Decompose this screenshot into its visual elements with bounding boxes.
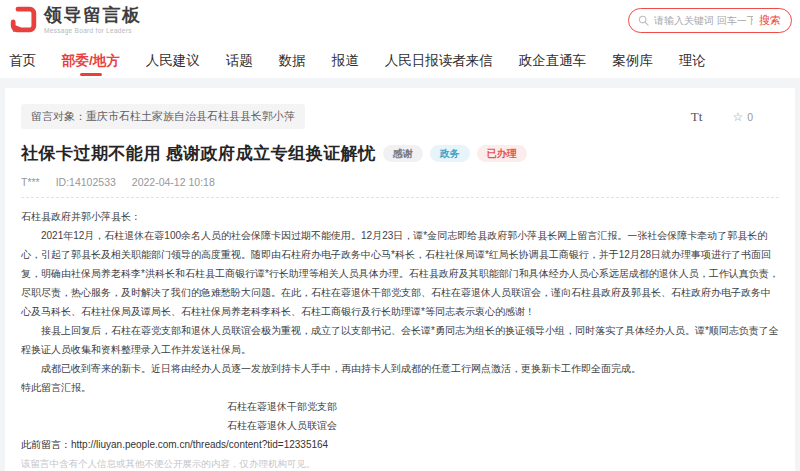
star-icon: ☆ (732, 111, 743, 123)
favorite-count: 0 (747, 111, 753, 123)
card-tools: Tt ☆ 0 (691, 109, 753, 125)
nav-item-readers-letters[interactable]: 人民日报读者来信 (385, 44, 493, 78)
message-card: 留言对象：重庆市石柱土家族自治县石柱县县长郭小萍 Tt ☆ 0 社保卡过期不能用… (5, 88, 795, 471)
nav-item-data[interactable]: 数据 (279, 44, 306, 78)
logo-subtitle: Message Board for Leaders (44, 27, 142, 34)
title-row: 社保卡过期不能用 感谢政府成立专组换证解忧 感谢 政务 已办理 (21, 142, 779, 165)
message-target: 留言对象：重庆市石柱土家族自治县石柱县县长郭小萍 (21, 104, 305, 129)
signature-party-branch: 石柱在蓉退休干部党支部 (21, 397, 543, 416)
card-top-row: 留言对象：重庆市石柱土家族自治县石柱县县长郭小萍 Tt ☆ 0 (21, 104, 779, 129)
body-paragraph-1: 2021年12月，石柱退休在蓉100余名人员的社会保障卡因过期不能使用。12月2… (21, 226, 779, 321)
search-box: 搜索 (628, 8, 792, 33)
message-id: ID:14102533 (56, 176, 116, 188)
signature-block: 石柱在蓉退休干部党支部 石柱在蓉退休人员联谊会 (21, 397, 543, 435)
favorite-button[interactable]: ☆ 0 (732, 111, 753, 123)
content-area: 留言对象：重庆市石柱土家族自治县石柱县县长郭小萍 Tt ☆ 0 社保卡过期不能用… (0, 78, 800, 471)
nav-item-topics[interactable]: 话题 (226, 44, 253, 78)
body-paragraph-3: 成都已收到寄来的新卡。近日将由经办人员逐一发放到持卡人手中，再由持卡人到成都的任… (21, 359, 779, 378)
message-meta: T*** ID:14102533 2022-04-12 10:18 (21, 176, 779, 188)
search-input[interactable] (654, 15, 753, 26)
message-time: 2022-04-12 10:18 (132, 176, 215, 188)
previous-message-label: 此前留言： (21, 439, 71, 450)
signature-association: 石柱在蓉退休人员联谊会 (21, 416, 543, 435)
main-nav: 首页 部委/地方 人民建议 话题 数据 报道 人民日报读者来信 政企直通车 案例… (0, 44, 800, 78)
tag-thanks: 感谢 (383, 145, 423, 162)
nav-item-ministries-local[interactable]: 部委/地方 (62, 44, 120, 78)
site-header: 领导留言板 Message Board for Leaders 搜索 (0, 0, 800, 44)
author-name: T*** (21, 176, 40, 188)
font-size-toggle-icon[interactable]: Tt (691, 109, 703, 125)
meta-divider (21, 197, 779, 198)
privacy-note: 该留言中含有个人信息或其他不便公开展示的内容，仅办理机构可见。 (21, 454, 779, 471)
tag-category-government: 政务 (430, 145, 470, 162)
search-icon (638, 15, 649, 26)
site-logo[interactable]: 领导留言板 Message Board for Leaders (10, 6, 142, 34)
nav-item-theory[interactable]: 理论 (679, 44, 706, 78)
nav-item-case-library[interactable]: 案例库 (612, 44, 653, 78)
message-title: 社保卡过期不能用 感谢政府成立专组换证解忧 (21, 142, 376, 165)
previous-message-row: 此前留言：http://liuyan.people.com.cn/threads… (21, 435, 779, 454)
closing-line: 特此留言汇报。 (21, 378, 779, 397)
nav-item-people-suggestions[interactable]: 人民建议 (146, 44, 200, 78)
nav-item-gov-enterprise[interactable]: 政企直通车 (519, 44, 587, 78)
search-button[interactable]: 搜索 (753, 13, 787, 28)
tag-status-handled: 已办理 (477, 145, 527, 162)
nav-item-home[interactable]: 首页 (9, 44, 36, 78)
salutation: 石柱县政府并郭小萍县长： (21, 207, 779, 226)
logo-icon (10, 6, 37, 33)
body-paragraph-2: 接县上回复后，石柱在蓉党支部和退休人员联谊会极为重视，成立了以支部书记、会长谭*… (21, 321, 779, 359)
nav-item-reports[interactable]: 报道 (332, 44, 359, 78)
logo-title: 领导留言板 (44, 6, 142, 25)
message-body: 石柱县政府并郭小萍县长： 2021年12月，石柱退休在蓉100余名人员的社会保障… (21, 207, 779, 471)
previous-message-link[interactable]: http://liuyan.people.com.cn/threads/cont… (71, 439, 328, 450)
